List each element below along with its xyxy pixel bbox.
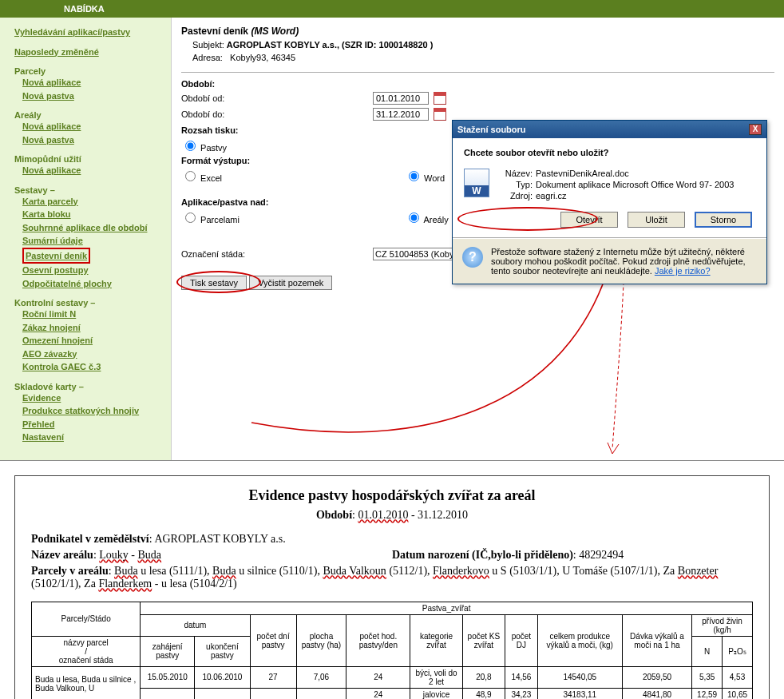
vycistit-pozemek-button[interactable]: Vyčistit pozemek <box>249 276 332 290</box>
sidebar-item[interactable]: Nová aplikace <box>22 120 164 133</box>
sidebar-item[interactable]: Nová pastva <box>22 133 164 147</box>
dl-name-value: PastevniDenikAreal.doc <box>536 169 734 178</box>
doc-areal: Název areálu: Louky - Buda Datum narozen… <box>31 549 753 562</box>
sidebar-item[interactable]: Zákaz hnojení <box>22 321 164 335</box>
sidebar-item[interactable]: Odpočitatelné plochy <box>22 277 164 291</box>
sidebar-item[interactable]: Souhrnné aplikace dle období <box>22 221 164 235</box>
radio-parcelami[interactable]: Parcelami <box>181 210 373 224</box>
word-output-preview: Evidence pastvy hospodářských zvířat za … <box>0 460 784 700</box>
sidebar-item[interactable]: Produkce statkových hnojiv <box>22 404 164 418</box>
calendar-icon[interactable] <box>434 92 446 105</box>
dialog-footer-text: Přestože software stažený z Internetu mů… <box>491 247 757 276</box>
sidebar-item-pastevni-denik[interactable]: Pastevní deník <box>26 249 87 263</box>
close-icon[interactable]: X <box>749 124 762 135</box>
sidebar-item[interactable]: Osevní postupy <box>22 264 164 277</box>
obdobi-heading: Období: <box>181 79 373 89</box>
obdobi-do-input[interactable] <box>373 108 429 121</box>
sidebar-group-parcely: Parcely <box>14 66 164 76</box>
sidebar-group-sestavy: Sestavy – <box>14 185 164 195</box>
ap-heading: Aplikace/pastva nad: <box>181 197 373 207</box>
sidebar-item[interactable]: Přehled <box>22 418 164 431</box>
top-header: NABÍDKA <box>0 0 784 18</box>
risk-link[interactable]: Jaké je riziko? <box>655 266 711 276</box>
dialog-title-text: Stažení souboru <box>457 125 526 134</box>
save-button[interactable]: Uložit <box>628 212 685 228</box>
page-title: Pastevní deník (MS Word) <box>181 26 774 37</box>
sidebar-item[interactable]: Sumární údaje <box>22 234 164 248</box>
dl-source-value: eagri.cz <box>536 191 734 201</box>
radio-arealy[interactable]: Areály <box>405 210 449 224</box>
sidebar-item[interactable]: Omezení hnojení <box>22 334 164 348</box>
cancel-button[interactable]: Storno <box>695 212 752 228</box>
calendar-icon[interactable] <box>434 108 446 121</box>
dl-type-label: Typ: <box>497 180 536 189</box>
subject-line: Subjekt: AGROPLAST KOBYLY a.s., (SZR ID:… <box>192 40 774 50</box>
download-dialog: Stažení souboru X Chcete soubor otevřít … <box>452 120 767 284</box>
table-row: Buda u lesa, Buda u silnice , Buda Valko… <box>32 666 753 688</box>
word-doc-icon <box>464 169 489 197</box>
dialog-titlebar[interactable]: Stažení souboru X <box>453 121 766 138</box>
table-row: 24 jalovice 48,9 34,23 34183,11 4841,80 … <box>32 688 753 699</box>
tisk-sestavy-button[interactable]: Tisk sestavy <box>181 276 247 290</box>
radio-excel[interactable]: Excel <box>181 169 373 183</box>
sidebar-item[interactable]: Nastavení <box>22 431 164 444</box>
sidebar-link-recent[interactable]: Naposledy změněné <box>14 46 164 59</box>
obdobi-do-label: Období do: <box>181 109 373 119</box>
sidebar: Vyhledávání aplikací/pastvy Naposledy zm… <box>0 18 172 460</box>
doc-podnikatel: Podnikatel v zemědělství: AGROPLAST KOBY… <box>31 533 753 546</box>
sidebar-group-kontrolni: Kontrolní sestavy – <box>14 298 164 308</box>
sidebar-item[interactable]: Karta parcely <box>22 195 164 209</box>
dialog-question: Chcete soubor otevřít nebo uložit? <box>464 148 755 157</box>
rozsah-heading: Rozsah tisku: <box>181 125 373 135</box>
sidebar-group-arealy: Areály <box>14 110 164 120</box>
doc-table: Parcely/Stádo Pastva_zvířat datum počet … <box>31 602 753 700</box>
sidebar-link-search[interactable]: Vyhledávání aplikací/pastvy <box>14 26 164 39</box>
address-line: Adresa: Kobyly93, 46345 <box>192 53 774 62</box>
doc-parcely: Parcely v areálu: Buda u lesa (5111/1), … <box>31 565 753 590</box>
dl-type-value: Dokument aplikace Microsoft Office Word … <box>536 180 734 189</box>
sidebar-group-mimo: Mimopůdní užití <box>14 154 164 164</box>
obdobi-od-input[interactable] <box>373 92 429 105</box>
format-heading: Formát výstupu: <box>181 156 373 165</box>
sidebar-item[interactable]: Karta bloku <box>22 208 164 221</box>
shield-icon: ? <box>462 247 483 268</box>
radio-pastvy[interactable]: Pastvy <box>181 143 227 153</box>
radio-word[interactable]: Word <box>405 169 445 183</box>
open-button[interactable]: Otevřít <box>560 212 618 228</box>
dl-source-label: Zdroj: <box>497 191 536 201</box>
sidebar-group-skladove: Skladové karty – <box>14 382 164 391</box>
sidebar-item[interactable]: Kontrola GAEC č.3 <box>22 360 164 374</box>
doc-heading: Evidence pastvy hospodářských zvířat za … <box>31 487 753 504</box>
sidebar-item-highlight: Pastevní deník <box>22 248 90 264</box>
sidebar-item[interactable]: AEO závazky <box>22 348 164 361</box>
stado-label: Označení stáda: <box>181 249 373 259</box>
header-title: NABÍDKA <box>64 4 105 14</box>
sidebar-item[interactable]: Roční limit N <box>22 308 164 321</box>
obdobi-od-label: Období od: <box>181 93 373 103</box>
sidebar-item[interactable]: Nová pastva <box>22 89 164 103</box>
dl-name-label: Název: <box>497 169 536 178</box>
sidebar-item[interactable]: Nová aplikace <box>22 164 164 177</box>
sidebar-item[interactable]: Evidence <box>22 391 164 405</box>
sidebar-item[interactable]: Nová aplikace <box>22 76 164 89</box>
doc-period: Období: 01.01.2010 - 31.12.2010 <box>31 509 753 522</box>
